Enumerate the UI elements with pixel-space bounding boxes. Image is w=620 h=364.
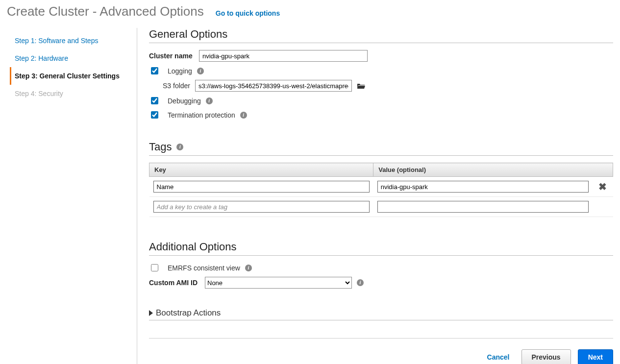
step-4-security: Step 4: Security — [10, 85, 137, 102]
table-row: ✖ — [149, 177, 613, 197]
step-2-hardware[interactable]: Step 2: Hardware — [10, 49, 137, 67]
remove-tag-icon[interactable]: ✖ — [596, 181, 609, 192]
page-title: Create Cluster - Advanced Options — [7, 4, 204, 19]
termination-protection-checkbox[interactable] — [151, 111, 158, 119]
debugging-checkbox[interactable] — [151, 97, 158, 104]
wizard-footer: Cancel Previous Next — [149, 338, 613, 364]
tag-key-add-input[interactable] — [153, 201, 370, 213]
table-row — [149, 197, 613, 217]
info-icon[interactable]: i — [176, 144, 183, 150]
info-icon[interactable]: i — [245, 265, 252, 271]
go-to-quick-options-link[interactable]: Go to quick options — [216, 9, 280, 17]
logging-checkbox[interactable] — [151, 67, 158, 74]
previous-button[interactable]: Previous — [521, 349, 571, 364]
bootstrap-actions-label: Bootstrap Actions — [156, 308, 221, 318]
s3-folder-label: S3 folder — [163, 82, 190, 90]
custom-ami-label: Custom AMI ID — [149, 279, 200, 287]
tag-value-add-input[interactable] — [377, 201, 589, 213]
emrfs-label: EMRFS consistent view — [168, 264, 240, 272]
general-options-heading: General Options — [149, 28, 613, 41]
steps-sidebar: Step 1: Software and Steps Step 2: Hardw… — [7, 28, 137, 364]
info-icon[interactable]: i — [206, 97, 213, 104]
logging-label: Logging — [168, 67, 192, 75]
step-3-general[interactable]: Step 3: General Cluster Settings — [10, 67, 137, 85]
tags-col-value: Value (optional) — [373, 163, 613, 177]
cluster-name-input[interactable] — [199, 50, 368, 62]
debugging-label: Debugging — [168, 97, 201, 105]
emrfs-checkbox[interactable] — [151, 264, 158, 271]
step-1-software[interactable]: Step 1: Software and Steps — [10, 32, 137, 49]
triangle-right-icon — [149, 310, 153, 316]
cluster-name-label: Cluster name — [149, 52, 194, 60]
info-icon[interactable]: i — [357, 279, 364, 286]
folder-open-icon[interactable] — [357, 82, 366, 89]
tags-col-key: Key — [149, 163, 373, 177]
additional-options-heading: Additional Options — [149, 241, 613, 253]
info-icon[interactable]: i — [240, 112, 247, 119]
termination-protection-label: Termination protection — [168, 111, 235, 119]
cancel-button[interactable]: Cancel — [482, 350, 515, 364]
tag-value-input[interactable] — [377, 181, 589, 193]
custom-ami-select[interactable]: None — [205, 277, 352, 289]
tags-table: Key Value (optional) ✖ — [149, 163, 613, 217]
tag-key-input[interactable] — [153, 181, 370, 193]
info-icon[interactable]: i — [197, 68, 204, 74]
tags-heading: Tags i — [149, 141, 613, 153]
bootstrap-actions-expander[interactable]: Bootstrap Actions — [149, 308, 613, 320]
s3-folder-input[interactable] — [195, 80, 352, 92]
next-button[interactable]: Next — [578, 349, 613, 364]
